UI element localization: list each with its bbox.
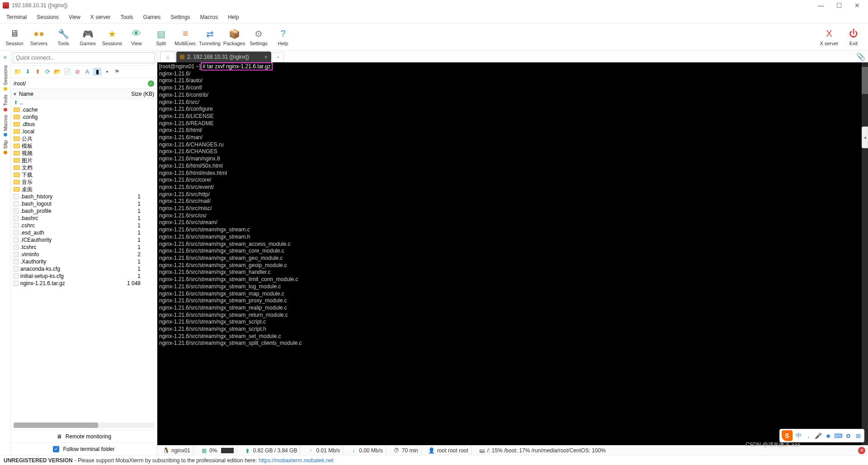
file-row[interactable]: 文档 — [11, 164, 157, 171]
file-row[interactable]: .esd_auth1 — [11, 229, 157, 236]
toolbar-servers-button[interactable]: ●●Servers — [27, 25, 51, 49]
toolbar-view-button[interactable]: 👁View — [125, 25, 148, 49]
file-row[interactable]: 模板 — [11, 142, 157, 150]
file-row[interactable]: 音乐 — [11, 178, 157, 186]
edit-icon[interactable]: A — [83, 68, 91, 76]
file-row[interactable]: .dbus — [11, 121, 157, 128]
refresh-icon[interactable]: ⟳ — [43, 68, 52, 76]
status-close-icon[interactable]: ✕ — [858, 447, 865, 454]
folder-icon — [14, 122, 20, 127]
toolbar-x-server-button[interactable]: XX server — [817, 25, 841, 49]
quick-connect-input[interactable] — [13, 52, 155, 63]
file-row[interactable]: .cache — [11, 106, 157, 113]
terminal-tab[interactable]: 2. 192.168.10.31 ([nginx]) × — [176, 52, 271, 62]
new-tab-button[interactable]: + — [272, 52, 284, 62]
menu-help[interactable]: Help — [223, 12, 244, 22]
file-row[interactable]: initial-setup-ks.cfg1 — [11, 272, 157, 280]
file-row[interactable]: .Xauthority1 — [11, 258, 157, 265]
ime-lang[interactable]: 中 — [794, 432, 802, 440]
file-row[interactable]: .bash_logout1 — [11, 200, 157, 207]
menu-games[interactable]: Games — [139, 12, 165, 22]
newfile-icon[interactable]: 📄 — [63, 68, 71, 76]
menu-macros[interactable]: Macros — [196, 12, 222, 22]
download-icon[interactable]: ⬇ — [24, 68, 32, 76]
upload-icon[interactable]: ⬆ — [33, 68, 42, 76]
toolbar-session-button[interactable]: 🖥Session — [3, 25, 26, 49]
file-row[interactable]: 下载 — [11, 171, 157, 178]
file-row[interactable]: .config — [11, 113, 157, 121]
folder-icon[interactable]: 📁 — [14, 68, 22, 76]
menu-terminal[interactable]: Terminal — [2, 12, 31, 22]
toolbar-exit-button[interactable]: ⏻Exit — [842, 25, 865, 49]
maximize-button[interactable]: ☐ — [831, 1, 847, 9]
menu-tools[interactable]: Tools — [116, 12, 138, 22]
home-tab[interactable]: ⌂ — [160, 52, 175, 62]
file-row[interactable]: .viminfo2 — [11, 251, 157, 258]
file-row[interactable]: .ICEauthority1 — [11, 236, 157, 244]
file-row[interactable]: .cshrc1 — [11, 222, 157, 229]
unreg-label: UNREGISTERED VERSION — [4, 457, 73, 464]
file-row[interactable]: anaconda-ks.cfg1 — [11, 265, 157, 272]
menu-settings[interactable]: Settings — [166, 12, 194, 22]
toolbar-tools-button[interactable]: 🔧Tools — [52, 25, 75, 49]
help-icon: ? — [277, 28, 289, 40]
toolbar-games-button[interactable]: 🎮Games — [76, 25, 99, 49]
file-row[interactable]: .local — [11, 128, 157, 135]
menu-x-server[interactable]: X server — [86, 12, 115, 22]
ime-grid-icon[interactable]: ⊞ — [854, 432, 862, 440]
file-row[interactable]: 图片 — [11, 157, 157, 164]
tab-close-icon[interactable]: × — [264, 54, 268, 61]
close-button[interactable]: ✕ — [849, 1, 865, 9]
delete-icon[interactable]: ⊘ — [73, 68, 81, 76]
file-row[interactable]: .tcshrc1 — [11, 244, 157, 251]
sftp-toolbar: 📁 ⬇ ⬆ ⟳ 📂 📄 ⊘ A ▮ ▪ ⚑ — [11, 66, 157, 78]
ime-skin-icon[interactable]: ✿ — [844, 432, 852, 440]
flag-icon[interactable]: ⚑ — [113, 68, 121, 76]
path-text[interactable]: /root/ — [14, 80, 148, 87]
side-tab-sessions[interactable]: Sessions — [2, 63, 9, 93]
ime-keyboard-icon[interactable]: ⌨ — [834, 432, 842, 440]
menu-view[interactable]: View — [64, 12, 85, 22]
toolbar-settings-button[interactable]: ⚙Settings — [247, 25, 270, 49]
toolbar-split-button[interactable]: ▤Split — [149, 25, 173, 49]
file-row[interactable]: nginx-1.21.6.tar.gz1 048 — [11, 280, 157, 287]
ime-emoji-icon[interactable]: ☻ — [824, 432, 832, 440]
file-row[interactable]: .bash_profile1 — [11, 207, 157, 215]
select-icon[interactable]: ▮ — [93, 68, 101, 76]
terminal-icon[interactable]: ▪ — [103, 68, 111, 76]
file-row[interactable]: 视频 — [11, 150, 157, 157]
file-row[interactable]: 公共 — [11, 135, 157, 142]
file-row[interactable]: .bash_history1 — [11, 193, 157, 200]
col-name[interactable]: Name — [19, 91, 33, 97]
side-tab-tools[interactable]: Tools — [2, 93, 9, 113]
remote-monitoring-button[interactable]: 🖥 Remote monitoring — [11, 430, 157, 442]
file-row[interactable]: .bashrc1 — [11, 215, 157, 222]
col-size[interactable]: Size (KB) — [131, 91, 154, 97]
collapse-right-icon[interactable]: ◂ — [862, 127, 868, 148]
toolbar-sessions-button[interactable]: ★Sessions — [100, 25, 124, 49]
toolbar-multiexec-button[interactable]: ≡MultiExec — [174, 25, 197, 49]
terminal-scrollbar[interactable] — [862, 62, 868, 445]
newfolder-icon[interactable]: 📂 — [53, 68, 61, 76]
menu-sessions[interactable]: Sessions — [32, 12, 63, 22]
file-row[interactable]: ⬆.. — [11, 99, 157, 106]
ime-bar[interactable]: S 中 ， 🎤 ☻ ⌨ ✿ ⊞ — [779, 429, 864, 442]
ime-mic-icon[interactable]: 🎤 — [814, 432, 822, 440]
minimize-button[interactable]: — — [813, 1, 829, 9]
side-tab-macros[interactable]: Macros — [2, 113, 9, 138]
file-row[interactable]: 桌面 — [11, 186, 157, 193]
follow-terminal-button[interactable]: ✓ Follow terminal folder — [11, 442, 157, 455]
toolbar-tunneling-button[interactable]: ⇄Tunneling — [198, 25, 222, 49]
view-icon: 👁 — [131, 28, 142, 40]
h-scrollbar[interactable] — [14, 423, 154, 428]
toolbar-help-button[interactable]: ?Help — [271, 25, 295, 49]
collapse-icon[interactable]: « — [4, 53, 7, 61]
status-user: root root root — [437, 447, 468, 454]
side-tab-sftp[interactable]: Sftp — [2, 138, 9, 156]
toolbar-packages-button[interactable]: 📦Packages — [222, 25, 246, 49]
footer-link[interactable]: https://mobaxterm.mobatek.net — [259, 457, 333, 464]
terminal[interactable]: [root@nginx01 ~]# tar zxvf nginx-1.21.6.… — [157, 62, 868, 445]
terminal-area: 📎 ⌂ 2. 192.168.10.31 ([nginx]) × + [root… — [157, 51, 868, 455]
attach-icon[interactable]: 📎 — [856, 52, 865, 61]
ime-punct-icon[interactable]: ， — [804, 432, 812, 440]
